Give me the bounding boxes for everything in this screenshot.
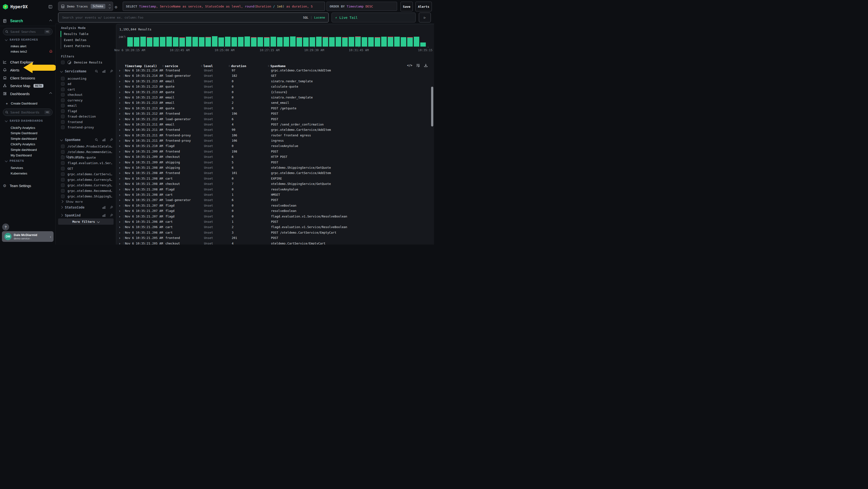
service-filter-item[interactable]: cart [61,87,75,92]
histogram-bar[interactable] [310,37,315,47]
table-row[interactable]: ›Nov 6 10:35:21.213 AMquoteUnset0calcula… [116,84,432,89]
user-menu[interactable]: DM Dale McDiarmid demo-service - › [2,231,54,242]
drag-handle-icon[interactable]: ⠿ [201,65,203,67]
search-icon[interactable] [95,69,98,73]
histogram-bar[interactable] [206,37,211,47]
checkbox[interactable] [61,120,65,124]
histogram-bar[interactable] [212,36,217,47]
filter-group-statuscode[interactable]: StatusCode [61,205,113,210]
search-icon[interactable] [95,138,98,141]
expand-row-chevron-icon[interactable]: › [119,84,121,89]
preset-item[interactable]: Services [10,165,53,170]
histogram-bar[interactable] [192,37,198,47]
source-selector[interactable]: Demo Traces Schema [58,2,113,11]
column-header-level[interactable]: ⠿level [201,64,213,68]
expand-row-chevron-icon[interactable]: › [119,208,121,213]
expand-row-chevron-icon[interactable]: › [119,214,121,219]
run-query-button[interactable]: ▷ [419,12,431,23]
table-row[interactable]: ›Nov 6 10:35:21.211 AMfrontend-proxyUnse… [116,138,432,143]
table-row[interactable]: ›Nov 6 10:35:21.210 AMflagdUnset0resolve… [116,143,432,149]
saved-dashboard-item[interactable]: My Dashboard [10,152,53,158]
table-row[interactable]: ›Nov 6 10:35:21.205 AMcheckoutUnset4otel… [116,241,432,245]
table-row[interactable]: ›Nov 6 10:35:21.208 AMcheckoutUnset7otel… [116,181,432,186]
table-row[interactable]: ›Nov 6 10:35:21.214 AMfrontendUnset97grp… [116,68,432,73]
filter-group-spanname[interactable]: SpanName [61,137,113,142]
histogram-bar[interactable] [231,37,237,47]
table-row[interactable]: ›Nov 6 10:35:21.206 AMcartUnset3POST /ot… [116,230,432,235]
histogram-bar[interactable] [127,37,133,47]
query-language-toggle[interactable]: SQL | Lucene [303,16,325,19]
chart-icon[interactable] [102,213,105,217]
histogram-bar[interactable] [290,36,296,47]
sidebar-item-client-sessions[interactable]: Client Sessions [0,75,56,81]
chart-icon[interactable] [102,69,105,73]
alerts-button[interactable]: Alerts [415,2,432,11]
save-button[interactable]: Save [401,2,413,11]
span-filter-item[interactable]: flagd.evaluation.v1.Ser… [61,161,112,165]
service-filter-item[interactable]: frontend-proxy [61,125,94,130]
checkbox[interactable] [61,88,65,91]
mode-lucene[interactable]: Lucene [314,16,325,19]
service-filter-item[interactable]: accounting [61,76,86,81]
events-histogram[interactable] [127,36,432,47]
event-search-bar[interactable]: SQL | Lucene [58,12,329,23]
expand-row-chevron-icon[interactable]: › [119,235,121,241]
histogram-bar[interactable] [349,37,354,47]
pin-icon[interactable] [110,213,113,217]
checkbox[interactable] [61,178,65,181]
histogram-bar[interactable] [245,36,250,47]
sidebar-item-dashboards[interactable]: Dashboards [0,90,56,97]
schema-badge[interactable]: Schema [91,4,105,9]
histogram-bar[interactable] [199,37,205,47]
preset-item[interactable]: Kubernetes [10,171,53,176]
expand-row-chevron-icon[interactable]: › [119,111,121,116]
column-header-timestamp[interactable]: Timestamp (Local) [125,64,157,68]
service-filter-item[interactable]: frontend [61,119,83,124]
expand-row-chevron-icon[interactable]: › [119,187,121,192]
histogram-bar[interactable] [251,37,256,47]
histogram-bar[interactable] [322,37,328,47]
service-filter-item[interactable]: email [61,103,77,108]
histogram-bar[interactable] [238,37,244,47]
histogram-bar[interactable] [271,37,276,47]
saved-dashboard-item[interactable]: ClickPy Analytics [10,125,53,130]
saved-dashboard-item[interactable]: Simple dashboard [10,147,53,152]
histogram-bar[interactable] [316,37,322,47]
saved-search-item[interactable]: mikes tets2 [10,49,53,54]
histogram-bar[interactable] [368,37,374,47]
span-filter-item[interactable]: grpc.oteldemo.CurrencyS… [61,183,112,188]
sidebar-item-service-map[interactable]: Service Map BETA [0,82,56,89]
pin-icon[interactable] [110,206,113,209]
help-button[interactable]: ? [2,224,9,230]
histogram-bar[interactable] [257,37,263,47]
expand-row-chevron-icon[interactable]: › [119,122,121,127]
checkbox[interactable] [61,109,65,113]
sidebar-item-team-settings[interactable]: ⚙ Team Settings [0,182,56,189]
checkbox[interactable] [61,172,65,176]
more-filters-button[interactable]: More filters [58,219,114,225]
histogram-bar[interactable] [140,37,146,47]
table-row[interactable]: ›Nov 6 10:35:21.209 AMfrontendUnset198PO… [116,149,432,154]
table-row[interactable]: ›Nov 6 10:35:21.208 AMflagdUnset0resolve… [116,187,432,192]
expand-row-chevron-icon[interactable]: › [119,241,121,245]
filter-group-servicename[interactable]: ServiceName [61,69,113,74]
chart-icon[interactable] [102,206,105,209]
histogram-bar[interactable] [186,37,191,47]
show-more-spans[interactable]: Show more [61,199,83,204]
expand-row-chevron-icon[interactable]: › [119,68,121,73]
service-filter-item[interactable]: currency [61,98,83,103]
histogram-bar[interactable] [329,37,335,47]
checkbox[interactable] [61,189,65,193]
table-row[interactable]: ›Nov 6 10:35:21.213 AMemailUnset0sinatra… [116,95,432,100]
table-row[interactable]: ›Nov 6 10:35:21.207 AMflagdUnset0resolve… [116,203,432,208]
histogram-bar[interactable] [147,37,152,47]
span-filter-item[interactable]: calculate-quote [61,155,96,160]
histogram-bar[interactable] [166,37,172,47]
histogram-bar[interactable] [173,37,179,47]
checkbox[interactable] [61,167,65,170]
expand-row-chevron-icon[interactable]: › [119,176,121,181]
table-row[interactable]: ›Nov 6 10:35:21.208 AMcartUnset1HMSET [116,192,432,197]
chevron-up-icon[interactable] [49,20,52,22]
histogram-bar[interactable] [420,42,426,47]
select-query-editor[interactable]: SELECT Timestamp, ServiceName as service… [123,2,325,11]
